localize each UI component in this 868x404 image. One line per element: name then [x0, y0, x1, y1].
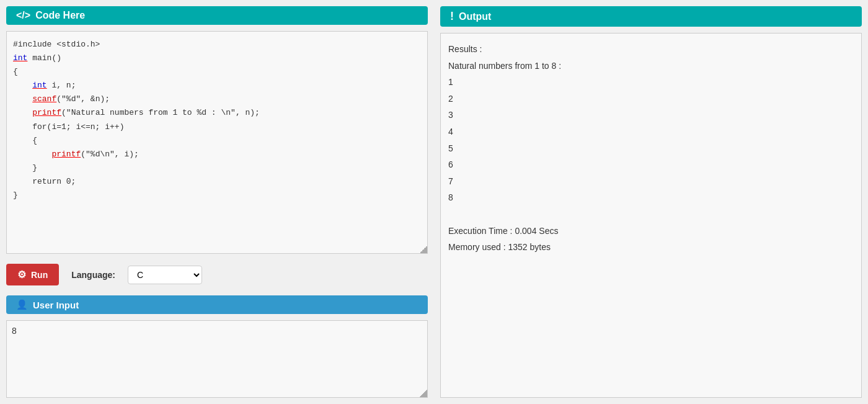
output-number-8: 8: [448, 189, 854, 206]
results-label: Results :: [448, 41, 854, 58]
execution-time: Execution Time : 0.004 Secs: [448, 223, 854, 240]
run-button[interactable]: ⚙ Run: [6, 264, 59, 285]
output-number-1: 1: [448, 74, 854, 91]
code-editor-wrapper: #include <stdio.h> int main() { int i, n…: [6, 31, 428, 254]
user-input-resize-handle[interactable]: [420, 390, 427, 397]
code-panel-header: </> Code Here: [6, 6, 428, 25]
user-icon: 👤: [16, 299, 28, 310]
output-number-7: 7: [448, 173, 854, 190]
gear-icon: ⚙: [17, 269, 26, 281]
user-input-title: User Input: [33, 300, 79, 310]
code-editor[interactable]: #include <stdio.h> int main() { int i, n…: [7, 32, 427, 243]
user-input-textarea[interactable]: 8: [7, 321, 427, 395]
left-panel: </> Code Here #include <stdio.h> int mai…: [0, 0, 434, 404]
resize-handle[interactable]: [420, 246, 427, 253]
output-number-5: 5: [448, 140, 854, 157]
code-content: #include <stdio.h> int main() { int i, n…: [13, 38, 421, 202]
code-icon: </>: [16, 10, 30, 21]
toolbar: ⚙ Run Language: C C++ Java Python: [6, 260, 428, 289]
output-panel-header: ! Output: [440, 6, 862, 27]
output-number-2: 2: [448, 91, 854, 107]
output-panel-title: Output: [459, 11, 491, 22]
output-number-6: 6: [448, 156, 854, 173]
memory-used: Memory used : 1352 bytes: [448, 239, 854, 256]
user-input-header: 👤 User Input: [6, 295, 428, 314]
code-panel-title: Code Here: [35, 10, 85, 21]
output-number-4: 4: [448, 123, 854, 140]
right-panel: ! Output Results : Natural numbers from …: [434, 0, 868, 404]
run-button-label: Run: [31, 270, 48, 280]
language-label: Language:: [71, 270, 115, 280]
exclamation-icon: !: [450, 10, 454, 23]
output-number-3: 3: [448, 107, 854, 123]
language-select[interactable]: C C++ Java Python: [128, 266, 202, 284]
user-input-area: 8: [6, 320, 428, 398]
output-area: Results : Natural numbers from 1 to 8 : …: [440, 33, 862, 398]
natural-numbers-label: Natural numbers from 1 to 8 :: [448, 58, 854, 74]
